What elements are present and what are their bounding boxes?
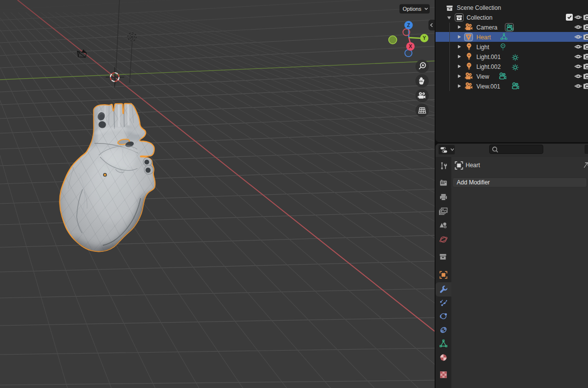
- svg-text:Options: Options: [403, 6, 421, 12]
- svg-text:Z: Z: [407, 23, 410, 28]
- svg-text:Y: Y: [423, 35, 426, 41]
- svg-text:X: X: [409, 44, 412, 49]
